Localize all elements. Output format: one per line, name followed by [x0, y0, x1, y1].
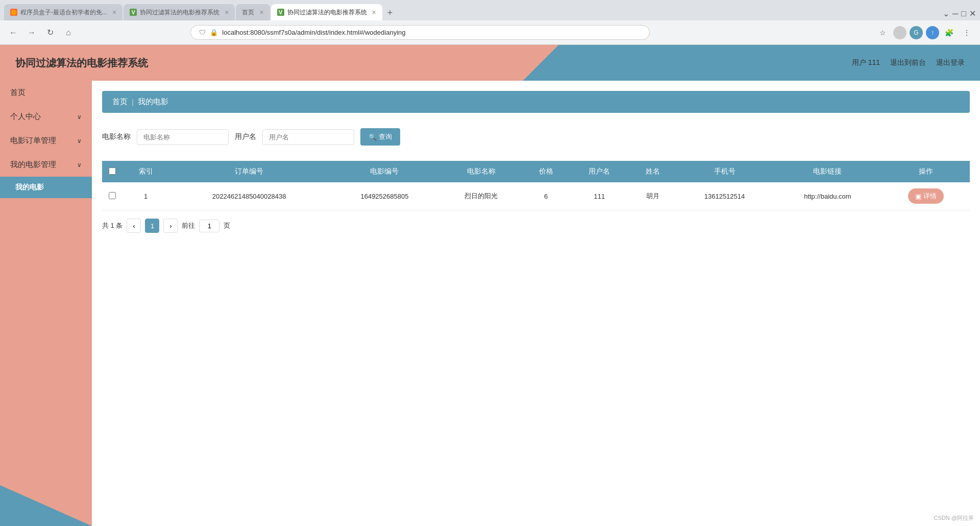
table-header-row: 索引 订单编号 电影编号 电影名称 价格 用户名 姓名 手机号 电影链接 操作	[102, 161, 970, 182]
tab-4-label: 协同过滤算法的电影推荐系统	[287, 8, 367, 17]
breadcrumb-current: 我的电影	[138, 97, 168, 107]
page-label: 页	[224, 221, 230, 230]
row-price: 6	[523, 182, 569, 210]
tab-bar: 🟠 程序员盒子-最适合初学者的免... × V 协同过滤算法的电影推荐系统 × …	[0, 0, 980, 20]
tab-3[interactable]: 首页 ×	[236, 4, 270, 20]
current-page-btn[interactable]: 1	[145, 219, 159, 233]
data-table: 索引 订单编号 电影编号 电影名称 价格 用户名 姓名 手机号 电影链接 操作	[102, 161, 970, 210]
row-action: ▣ 详情	[883, 182, 970, 210]
sidebar-item-my-movies[interactable]: 我的电影	[0, 177, 92, 198]
pagination: 共 1 条 ‹ 1 › 前往 页	[102, 219, 970, 233]
breadcrumb-home[interactable]: 首页	[112, 97, 128, 107]
next-page-btn[interactable]: ›	[163, 219, 178, 233]
pagination-total: 共 1 条	[102, 221, 122, 230]
select-all-checkbox[interactable]	[109, 168, 116, 175]
row-movie-name: 烈日的阳光	[440, 182, 523, 210]
detail-icon: ▣	[915, 193, 921, 200]
row-checkbox-cell	[102, 182, 122, 210]
tab-1[interactable]: 🟠 程序员盒子-最适合初学者的免... ×	[4, 4, 122, 20]
row-checkbox[interactable]	[109, 192, 116, 199]
col-index: 索引	[122, 161, 169, 182]
search-btn-label: 查询	[379, 132, 392, 141]
tab-4-close[interactable]: ×	[372, 9, 376, 16]
breadcrumb: 首页 | 我的电影	[102, 91, 970, 113]
tab-2-favicon: V	[130, 9, 137, 16]
detail-button[interactable]: ▣ 详情	[908, 188, 944, 204]
row-name: 胡月	[629, 182, 676, 210]
back-btn[interactable]: ←	[6, 26, 20, 40]
sidebar-profile-label: 个人中心	[10, 112, 41, 122]
col-order-no: 订单编号	[169, 161, 329, 182]
tab-1-favicon: 🟠	[10, 9, 17, 16]
security-icon: 🛡	[199, 29, 206, 36]
row-username: 111	[569, 182, 629, 210]
forward-btn[interactable]: →	[24, 26, 39, 40]
sidebar-order-label: 电影订单管理	[10, 136, 56, 146]
url-text: localhost:8080/ssmf7s0a/admin/dist/index…	[222, 29, 641, 36]
sidebar-item-profile[interactable]: 个人中心 ∨	[0, 105, 92, 129]
row-movie-no: 1649252685805	[329, 182, 440, 210]
tab-2-close[interactable]: ×	[225, 9, 229, 16]
tab-1-close[interactable]: ×	[112, 9, 116, 16]
lock-icon: 🔒	[210, 29, 218, 36]
tab-3-close[interactable]: ×	[259, 9, 263, 16]
shield-icon[interactable]: G	[910, 26, 923, 39]
header-right: 用户 111 退出到前台 退出登录	[852, 58, 965, 67]
sidebar-item-home[interactable]: 首页	[0, 81, 92, 105]
header-user: 用户 111	[852, 58, 880, 67]
search-button[interactable]: 🔍 查询	[360, 128, 400, 146]
col-movie-name: 电影名称	[440, 161, 523, 182]
col-checkbox	[102, 161, 122, 182]
row-link: http://baidu.com	[773, 182, 882, 210]
row-phone: 13612512514	[676, 182, 773, 210]
col-movie-no: 电影编号	[329, 161, 440, 182]
tab-3-label: 首页	[242, 8, 254, 17]
minimize-btn[interactable]: ─	[952, 9, 958, 18]
logout-btn[interactable]: 退出登录	[936, 58, 965, 67]
extensions-icon[interactable]: 🧩	[942, 26, 957, 40]
refresh-btn[interactable]: ↻	[43, 26, 57, 40]
sync-icon[interactable]: ↑	[926, 26, 939, 39]
movie-name-input[interactable]	[137, 129, 229, 145]
sidebar-item-movie-mgmt[interactable]: 我的电影管理 ∨	[0, 153, 92, 177]
col-phone: 手机号	[676, 161, 773, 182]
more-icon[interactable]: ⋮	[960, 26, 974, 40]
movie-mgmt-chevron: ∨	[77, 161, 82, 169]
tab-1-label: 程序员盒子-最适合初学者的免...	[20, 8, 107, 17]
bookmark-icon[interactable]: ☆	[876, 26, 890, 40]
app-header: 协同过滤算法的电影推荐系统 用户 111 退出到前台 退出登录	[0, 45, 980, 81]
profile-chevron: ∨	[77, 113, 82, 121]
sidebar-item-order[interactable]: 电影订单管理 ∨	[0, 129, 92, 153]
tab-list-btn[interactable]: ⌄	[943, 9, 949, 18]
row-order-no: 20224621485040028438	[169, 182, 329, 210]
tab-4[interactable]: V 协同过滤算法的电影推荐系统 ×	[271, 4, 382, 20]
maximize-btn[interactable]: □	[961, 9, 966, 18]
order-chevron: ∨	[77, 137, 82, 145]
tab-2[interactable]: V 协同过滤算法的电影推荐系统 ×	[124, 4, 235, 20]
col-username: 用户名	[569, 161, 629, 182]
search-icon: 🔍	[369, 133, 377, 141]
col-link: 电影链接	[773, 161, 882, 182]
close-window-btn[interactable]: ✕	[969, 9, 976, 18]
username-input[interactable]	[262, 129, 354, 145]
url-bar[interactable]: 🛡 🔒 localhost:8080/ssmf7s0a/admin/dist/i…	[190, 25, 650, 40]
row-index: 1	[122, 182, 169, 210]
tab-4-favicon: V	[277, 9, 284, 16]
movie-name-label: 电影名称	[102, 132, 131, 141]
search-bar: 电影名称 用户名 🔍 查询	[102, 123, 970, 151]
sidebar-my-movies-label: 我的电影	[15, 183, 44, 191]
app-title: 协同过滤算法的电影推荐系统	[15, 56, 148, 70]
main-layout: 首页 个人中心 ∨ 电影订单管理 ∨ 我的电影管理 ∨ 我的电影	[0, 81, 980, 526]
browser-window: 🟠 程序员盒子-最适合初学者的免... × V 协同过滤算法的电影推荐系统 × …	[0, 0, 980, 526]
sidebar: 首页 个人中心 ∨ 电影订单管理 ∨ 我的电影管理 ∨ 我的电影	[0, 81, 92, 526]
home-btn[interactable]: ⌂	[61, 26, 76, 40]
new-tab-button[interactable]: +	[383, 6, 397, 20]
front-btn[interactable]: 退出到前台	[890, 58, 926, 67]
col-action: 操作	[883, 161, 970, 182]
profile-icon[interactable]	[893, 26, 906, 39]
app: 协同过滤算法的电影推荐系统 用户 111 退出到前台 退出登录 首页 个人中心 …	[0, 45, 980, 526]
address-bar: ← → ↻ ⌂ 🛡 🔒 localhost:8080/ssmf7s0a/admi…	[0, 20, 980, 45]
prev-page-btn[interactable]: ‹	[127, 219, 141, 233]
sidebar-home-label: 首页	[10, 88, 26, 98]
page-input[interactable]	[199, 220, 219, 232]
